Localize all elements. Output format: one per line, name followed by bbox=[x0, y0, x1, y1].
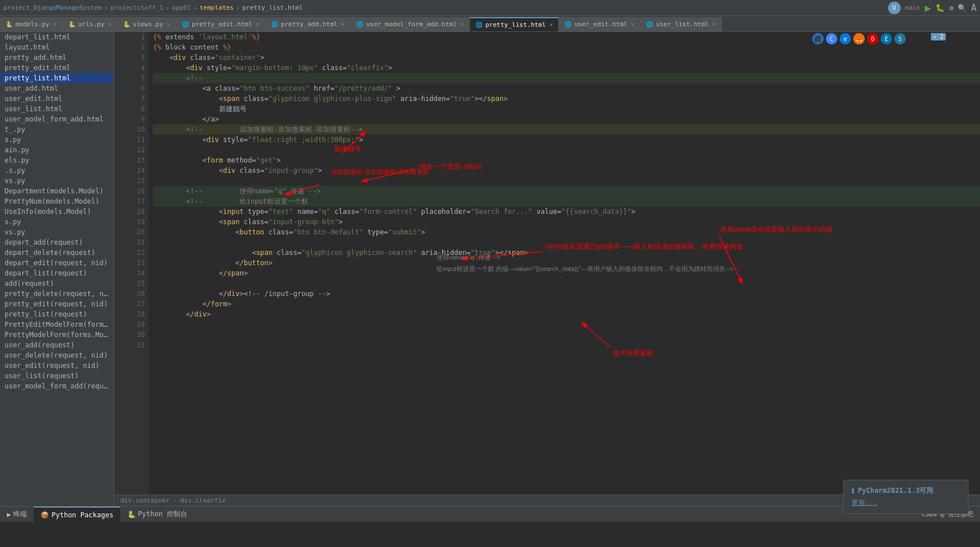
sidebar-item-depart-edit[interactable]: depart_edit(request, nid) bbox=[0, 258, 114, 268]
code-line-12 bbox=[153, 145, 980, 155]
bottom-tab-python-packages[interactable]: 📦 Python Packages bbox=[34, 507, 120, 522]
edge-icon: e bbox=[840, 33, 851, 44]
sidebar-item-user-list[interactable]: user_list.html bbox=[0, 104, 114, 114]
settings-button[interactable]: ⚙ bbox=[949, 4, 953, 12]
code-line-6: <a class="btn btn-success" href="/pretty… bbox=[153, 83, 980, 94]
code-line-20: <button class="btn btn-default" type="su… bbox=[153, 227, 980, 237]
debug-button[interactable]: 🐛 bbox=[935, 3, 945, 12]
sidebar-item-user-edit[interactable]: user_edit.html bbox=[0, 94, 114, 104]
sidebar-item-pretty-add[interactable]: pretty_add.html bbox=[0, 52, 114, 63]
code-line-29 bbox=[153, 319, 980, 330]
sidebar-item-vs-py[interactable]: vs.py bbox=[0, 176, 114, 186]
tab-close-icon-2[interactable]: × bbox=[108, 21, 111, 27]
tab-user-model-form[interactable]: 🌐 user_model_form_add.html × bbox=[350, 17, 470, 31]
code-line-19: <span class="input-group-btn"> bbox=[153, 217, 980, 227]
code-line-26: </div><!-- /input-group --> bbox=[153, 289, 980, 299]
tab-close-icon-7[interactable]: × bbox=[549, 22, 552, 28]
sidebar-item-user-delete[interactable]: user_delete(request, nid) bbox=[0, 350, 114, 360]
tab-pretty-list[interactable]: 🌐 pretty_list.html × bbox=[470, 17, 559, 31]
sidebar-item-depart-delete[interactable]: depart_delete(request) bbox=[0, 248, 114, 258]
sidebar-item-pretty-model-form[interactable]: PrettyModelForm(forms.ModelFo... bbox=[0, 330, 114, 340]
sidebar-item-depart-add[interactable]: depart_add(request) bbox=[0, 237, 114, 248]
code-container[interactable]: 12345 678910 1112131415 1617181920 21222… bbox=[114, 32, 980, 506]
breadcrumb-div-container: div.container bbox=[120, 497, 170, 504]
ie-icon: E bbox=[881, 33, 892, 44]
console-icon: 🐍 bbox=[127, 510, 136, 518]
sidebar-item-layout[interactable]: layout.html bbox=[0, 42, 114, 52]
code-line-28: </div> bbox=[153, 309, 980, 319]
bottom-tab-terminal[interactable]: ▶ 终端 bbox=[0, 507, 34, 522]
sidebar-item-pretty-edit[interactable]: pretty_edit.html bbox=[0, 63, 114, 73]
code-line-10: <!-- 添加搜索框-添加搜索框-添加搜索框--> bbox=[153, 124, 980, 135]
notification-update-link[interactable]: 更新... bbox=[852, 499, 878, 507]
packages-icon: 📦 bbox=[41, 511, 49, 519]
notification-title-text: PyCharm2021.1.3可用 bbox=[858, 486, 933, 496]
tab-close-icon[interactable]: × bbox=[53, 21, 57, 27]
sidebar-item-department[interactable]: Department(models.Model) bbox=[0, 186, 114, 196]
sidebar-item-user-model-form[interactable]: user_model_form_add.html bbox=[0, 114, 114, 124]
tab-user-list[interactable]: 🌐 user_list.html × bbox=[640, 17, 722, 31]
sidebar-item-dot-s-py[interactable]: .s.py bbox=[0, 165, 114, 176]
tab-views-py[interactable]: 🐍 views.py × bbox=[118, 17, 176, 31]
sidebar-item-user-list-fn[interactable]: user_list(request) bbox=[0, 371, 114, 381]
sidebar-item-user-add-fn[interactable]: user_add(request) bbox=[0, 340, 114, 350]
sidebar-item-s2-py[interactable]: s.py bbox=[0, 217, 114, 227]
chrome-extension-icon: ⬛ bbox=[812, 33, 824, 44]
gutter bbox=[114, 32, 126, 506]
sidebar-item-pretty-list[interactable]: pretty_list.html bbox=[0, 73, 114, 83]
code-line-27: </form> bbox=[153, 299, 980, 309]
tab-close-icon-8[interactable]: × bbox=[631, 21, 634, 27]
version-badge: ✓ 2 bbox=[931, 33, 946, 40]
tab-urls-py[interactable]: 🐍 urls.py × bbox=[63, 17, 118, 31]
sidebar-item-user-model-form-fn[interactable]: user_model_form_add(request) bbox=[0, 381, 114, 391]
sidebar-item-useinfo[interactable]: UseInfo(models.Model) bbox=[0, 206, 114, 217]
tab-bar: 🐍 models.py × 🐍 urls.py × 🐍 views.py × 🌐… bbox=[0, 16, 980, 32]
close-button[interactable]: A bbox=[971, 2, 977, 13]
sidebar-item-vs2-py[interactable]: vs.py bbox=[0, 227, 114, 237]
tab-pretty-add[interactable]: 🌐 pretty_add.html × bbox=[265, 17, 350, 31]
code-line-9: </a> bbox=[153, 114, 980, 124]
browser-icons: ⬛ C e 🦊 O E S bbox=[812, 33, 906, 44]
html-icon-6: 🌐 bbox=[646, 21, 653, 27]
sidebar-item-add-request[interactable]: add(request) bbox=[0, 278, 114, 289]
sidebar-item-depart-list[interactable]: depart_list.html bbox=[0, 32, 114, 42]
notification-popup: ℹ PyCharm2021.1.3可用 更新... bbox=[843, 480, 969, 514]
code-line-21 bbox=[153, 237, 980, 248]
tab-close-icon-9[interactable]: × bbox=[712, 21, 716, 27]
sidebar-item-pretty-edit-form[interactable]: PrettyEditModelForm(forms.Mo... bbox=[0, 319, 114, 330]
main-layout: depart_list.html layout.html pretty_add.… bbox=[0, 32, 980, 506]
sidebar-item-depart-list-fn[interactable]: depart_list(request) bbox=[0, 268, 114, 278]
editor-area: 12345 678910 1112131415 1617181920 21222… bbox=[114, 32, 980, 506]
code-line-30 bbox=[153, 330, 980, 340]
sidebar-item-user-edit-fn[interactable]: user_edit(request, nid) bbox=[0, 360, 114, 371]
tab-close-icon-6[interactable]: × bbox=[460, 21, 463, 27]
code-line-25 bbox=[153, 278, 980, 289]
sidebar-item-user-add[interactable]: user_add.html bbox=[0, 83, 114, 94]
sidebar-item-pretty-list-fn[interactable]: pretty_list(request) bbox=[0, 309, 114, 319]
tab-close-icon-3[interactable]: × bbox=[167, 21, 170, 27]
tab-models-py[interactable]: 🐍 models.py × bbox=[0, 17, 63, 31]
sidebar-item-t-py[interactable]: t_.py bbox=[0, 124, 114, 135]
run-button[interactable]: ▶ bbox=[925, 2, 931, 14]
sidebar-item-pretty-delete[interactable]: pretty_delete(request, nid) bbox=[0, 289, 114, 299]
opera-icon: O bbox=[867, 33, 878, 44]
breadcrumb-div-clearfix: div.clearfix bbox=[180, 497, 225, 504]
sidebar-item-prettynum[interactable]: PrettyNum(models.Model) bbox=[0, 196, 114, 206]
toolbar-right: U main ▶ 🐛 ⚙ 🔍 A bbox=[888, 2, 977, 14]
code-lines[interactable]: {% extends 'layout.html'%} {% block cont… bbox=[148, 32, 980, 506]
firefox-icon: 🦊 bbox=[853, 33, 865, 44]
toolbar-left: project_DjangoManageSystem › projectstaf… bbox=[3, 4, 303, 12]
tab-close-icon-4[interactable]: × bbox=[256, 21, 259, 27]
line-numbers: 12345 678910 1112131415 1617181920 21222… bbox=[126, 32, 148, 506]
sidebar-item-els-py[interactable]: els.py bbox=[0, 155, 114, 165]
search-button[interactable]: 🔍 bbox=[958, 4, 966, 12]
sidebar-item-pretty-edit-fn[interactable]: pretty_edit(request, nid) bbox=[0, 299, 114, 309]
tab-pretty-edit[interactable]: 🌐 pretty_edit.html × bbox=[176, 17, 265, 31]
sidebar-item-s-py[interactable]: s.py bbox=[0, 135, 114, 145]
sidebar-item-ain-py[interactable]: ain.py bbox=[0, 145, 114, 155]
tab-close-icon-5[interactable]: × bbox=[341, 21, 344, 27]
tab-user-edit[interactable]: 🌐 user_edit.html × bbox=[559, 17, 640, 31]
bottom-tab-python-console[interactable]: 🐍 Python 控制台 bbox=[120, 507, 195, 522]
avatar: U bbox=[888, 2, 901, 14]
terminal-icon: ▶ bbox=[7, 510, 11, 518]
